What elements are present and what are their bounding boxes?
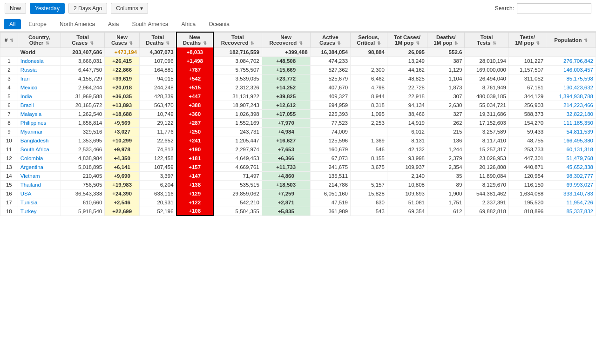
country-link[interactable]: Russia [20, 67, 37, 73]
cell-new_recovered: +15,669 [262, 65, 310, 74]
country-link[interactable]: Brazil [20, 102, 34, 108]
cell-deaths_pop: 1,129 [427, 65, 464, 74]
col-header-active_cases[interactable]: ActiveCases ⇅ [310, 32, 350, 47]
columns-button[interactable]: Columns ▾ [111, 3, 148, 14]
country-link[interactable]: Indonesia [20, 58, 44, 64]
sort-icon: ⇅ [376, 41, 381, 46]
cell-total_recovered: 31,131,922 [213, 92, 262, 101]
country-link[interactable]: Iran [20, 76, 30, 81]
country-link[interactable]: Philippines [20, 120, 47, 126]
cell-country: India [18, 92, 61, 101]
cell-active_cases: 160,679 [310, 145, 350, 154]
col-header-num[interactable]: # ⇅ [0, 32, 18, 47]
cell-country: Russia [18, 65, 61, 74]
filter-tab-europe[interactable]: Europe [23, 19, 52, 29]
country-link[interactable]: Vietnam [20, 173, 40, 179]
population-link[interactable]: 85,337,832 [566, 209, 593, 214]
cell-tot_cases_pop: 48,825 [387, 74, 427, 83]
cell-num: 6 [0, 101, 18, 109]
population-link[interactable]: 32,822,180 [566, 111, 593, 117]
country-link[interactable]: South Africa [20, 147, 49, 152]
country-link[interactable]: Myanmar [20, 129, 43, 135]
population-link[interactable]: 98,302,777 [566, 173, 593, 179]
country-link[interactable]: Malaysia [20, 111, 41, 117]
cell-total_cases: 5,018,895 [61, 162, 105, 171]
population-link[interactable]: 146,003,457 [563, 67, 593, 73]
population-link[interactable]: 11,954,726 [566, 200, 593, 205]
cell-total_tests: 2,337,391 [465, 198, 509, 207]
country-link[interactable]: Turkey [20, 209, 37, 214]
col-header-tests_pop[interactable]: Tests/1M pop ⇅ [508, 32, 546, 47]
cell-new_cases: +2,546 [105, 198, 140, 207]
cell-num: 8 [0, 118, 18, 127]
cell-serious: 546 [351, 145, 387, 154]
col-header-new_deaths[interactable]: NewDeaths ⇅ [176, 32, 213, 47]
cell-active_cases: 74,009 [310, 127, 350, 136]
cell-serious: 1,095 [351, 109, 387, 118]
filter-tab-south-america[interactable]: South America [126, 19, 174, 29]
population-link[interactable]: 69,993,027 [566, 182, 593, 188]
col-header-deaths_pop[interactable]: Deaths/1M pop ⇅ [427, 32, 464, 47]
yesterday-button[interactable]: Yesterday [30, 3, 65, 14]
col-header-total_deaths[interactable]: TotalDeaths ⇅ [140, 32, 176, 47]
cell-total_tests: 8,117,410 [465, 136, 509, 145]
filter-tab-all[interactable]: All [4, 19, 21, 29]
world-active_cases: 16,384,054 [310, 47, 350, 56]
cell-active_cases: 214,786 [310, 180, 350, 189]
cell-deaths_pop: 2,379 [427, 154, 464, 162]
col-header-new_cases[interactable]: NewCases ⇅ [105, 32, 140, 47]
cell-active_cases: 409,327 [310, 92, 350, 101]
population-link[interactable]: 1,394,938,788 [559, 94, 593, 99]
filter-tab-north-america[interactable]: North America [54, 19, 101, 29]
filter-tab-oceania[interactable]: Oceania [203, 19, 235, 29]
col-header-tot_cases_pop[interactable]: Tot Cases/1M pop ⇅ [387, 32, 427, 47]
col-header-population[interactable]: Population ⇅ [546, 32, 596, 47]
population-link[interactable]: 166,495,380 [563, 138, 593, 143]
cell-total_recovered: 2,297,974 [213, 145, 262, 154]
cell-num: 12 [0, 154, 18, 162]
col-header-total_cases[interactable]: TotalCases ⇅ [61, 32, 105, 47]
filter-tab-africa[interactable]: Africa [176, 19, 201, 29]
now-button[interactable]: Now [5, 3, 26, 14]
population-link[interactable]: 130,423,632 [563, 85, 593, 90]
cell-num: 17 [0, 198, 18, 207]
cell-total_cases: 329,516 [61, 127, 105, 136]
cell-total_cases: 1,658,814 [61, 118, 105, 127]
two-days-button[interactable]: 2 Days Ago [68, 3, 107, 14]
population-link[interactable]: 45,652,338 [566, 164, 593, 170]
cell-country: South Africa [18, 145, 61, 154]
search-input[interactable] [517, 3, 591, 13]
cell-country: Mexico [18, 83, 61, 92]
country-link[interactable]: Colombia [20, 155, 43, 161]
cell-serious: 8,944 [351, 92, 387, 101]
population-link[interactable]: 276,706,842 [563, 58, 593, 64]
country-link[interactable]: Argentina [20, 164, 43, 170]
cell-deaths_pop: 35 [427, 171, 464, 180]
cell-new_cases: +9,569 [105, 118, 140, 127]
country-link[interactable]: India [20, 94, 32, 99]
country-link[interactable]: Bangladesh [20, 138, 49, 143]
filter-tab-asia[interactable]: Asia [102, 19, 124, 29]
population-link[interactable]: 333,140,783 [563, 191, 593, 196]
col-header-serious[interactable]: Serious,Critical ⇅ [351, 32, 387, 47]
sort-icon: ⇅ [88, 41, 94, 46]
cell-total_deaths: 74,813 [140, 145, 176, 154]
population-link[interactable]: 54,811,539 [566, 129, 593, 135]
population-link[interactable]: 85,175,598 [566, 76, 593, 81]
col-header-country[interactable]: Country,Other ⇅ [18, 32, 61, 47]
population-link[interactable]: 60,131,318 [566, 147, 593, 152]
table-row: 8Philippines1,658,814+9,56929,122+2871,5… [0, 118, 596, 127]
sort-icon: ⇅ [336, 41, 341, 46]
col-header-new_recovered[interactable]: NewRecovered ⇅ [262, 32, 310, 47]
country-link[interactable]: Mexico [20, 85, 37, 90]
country-link[interactable]: Thailand [20, 182, 41, 188]
population-link[interactable]: 51,479,768 [566, 155, 593, 161]
cell-tests_pop: 1,157,507 [508, 65, 546, 74]
population-link[interactable]: 214,223,466 [563, 102, 593, 108]
population-link[interactable]: 111,185,350 [563, 120, 593, 126]
col-header-total_recovered[interactable]: TotalRecovered ⇅ [213, 32, 262, 47]
country-link[interactable]: Tunisia [20, 200, 38, 205]
col-header-total_tests[interactable]: TotalTests ⇅ [465, 32, 509, 47]
country-link[interactable]: USA [20, 191, 32, 196]
cell-serious: 8,318 [351, 101, 387, 109]
